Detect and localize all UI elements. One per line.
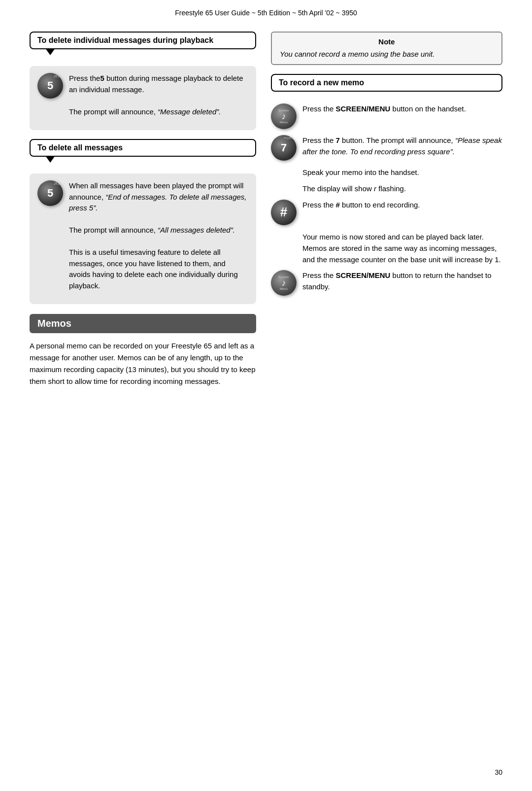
rs1-rest: button on the handset. [390,104,466,113]
da-text2: The prompt will announce, [69,226,156,234]
page-header: Freestyle 65 User Guide ~ 5th Edition ~ … [0,0,532,22]
btn-5-label-2: 5 [47,188,53,199]
record-memo-step7: Screen ♪ Menu Press the SCREEN/MENU butt… [271,270,502,296]
sm-bottom-label-2: Menu [280,287,288,290]
rs7-bold: SCREEN/MENU [336,271,391,279]
rs6: Your memo is now stored and can be playe… [302,233,501,264]
button-7-icon: PQRS 7 [271,135,297,161]
btn-sub-label: JKL [53,74,60,78]
rs1-bold: SCREEN/MENU [336,104,391,113]
memos-text: A personal memo can be recorded on your … [30,340,256,387]
da-text3: This is a useful timesaving feature to d… [69,248,238,290]
delete-individual-section-box: To delete individual messages during pla… [30,32,256,49]
hash-symbol: # [280,205,287,220]
delete-individual-text: Press the5 button during message playbac… [69,73,248,117]
btn-sub-label-2: JKL [53,182,60,185]
page-content: To delete individual messages during pla… [0,22,532,407]
note-box: Note You cannot record a memo using the … [271,32,502,65]
record-step1-text: Press the SCREEN/MENU button on the hand… [302,103,502,115]
rs2-bold: 7 [336,136,340,144]
rs5-hash: # [336,201,340,209]
rs1-prefix: Press the [302,104,336,113]
rs5-prefix: Press the [302,201,336,209]
btn-5-label: 5 [47,80,53,91]
sm-bottom-label-1: Menu [280,121,288,124]
record-step2-text: Press the 7 button. The prompt will anno… [302,135,502,157]
record-step5-text: Press the # button to end recording. [302,200,502,211]
rs2-rest: button. The prompt will announce, [340,136,455,144]
memos-title: Memos [37,318,71,329]
di-text2-italic: “Message deleted”. [158,107,221,116]
record-step7-text: Press the SCREEN/MENU button to return t… [302,270,502,292]
da-text2-italic: “All messages deleted”. [158,226,235,234]
di-text2: The prompt will announce, [69,107,156,116]
button-5-icon-delete-all: JKL 5 [37,180,63,206]
header-title: Freestyle 65 User Guide ~ 5th Edition ~ … [175,9,357,17]
delete-all-title: To delete all messages [37,143,123,152]
button-5-icon-delete-individual: JKL 5 [37,73,63,99]
left-column: To delete individual messages during pla… [30,32,256,387]
note-title: Note [280,37,494,46]
rs7-prefix: Press the [302,271,336,279]
memos-section: Memos A personal memo can be recorded on… [30,314,256,387]
note-text: You cannot record a memo using the base … [280,49,494,59]
delete-all-section-box: To delete all messages [30,139,256,157]
di-text1-prefix: Press the [69,74,100,82]
record-memo-step2: PQRS 7 Press the 7 button. The prompt wi… [271,135,502,161]
delete-individual-title: To delete individual messages during pla… [37,36,213,44]
delete-individual-gray-area: JKL 5 Press the5 button during message p… [30,66,256,130]
record-step4-text: The display will show r flashing. [302,183,502,194]
delete-individual-step1: JKL 5 Press the5 button during message p… [37,73,248,117]
rs3: Speak your memo into the handset. [302,168,419,176]
memos-header-box: Memos [30,314,256,333]
page-number: 30 [495,768,502,776]
di-text1-bold: 5 [100,74,104,82]
screen-menu-icon-1: Screen ♪ Menu [271,103,297,129]
sm-note-icon-1: ♪ [282,112,286,121]
delete-all-step1: JKL 5 When all messages have been played… [37,180,248,291]
record-step3-text: Speak your memo into the handset. [302,167,502,178]
rs4-prefix: The display will show [302,184,374,193]
hash-button-icon: # [271,200,297,225]
record-memo-step1: Screen ♪ Menu Press the SCREEN/MENU butt… [271,103,502,129]
record-memo-section-box: To record a new memo [271,74,502,92]
rs4-rest: flashing. [376,184,406,193]
rs5-rest: button to end recording. [340,201,420,209]
screen-menu-icon-2: Screen ♪ Menu [271,270,297,296]
btn-sub-label-7: PQRS [284,137,294,139]
delete-all-gray-area: JKL 5 When all messages have been played… [30,173,256,304]
rs2-prefix: Press the [302,136,336,144]
btn-7-label: 7 [281,142,287,153]
record-memo-step5: # Press the # button to end recording. [271,200,502,225]
delete-all-text: When all messages have been played the p… [69,180,248,291]
right-column: Note You cannot record a memo using the … [271,32,502,387]
record-memo-title: To record a new memo [279,78,364,87]
sm-note-icon-2: ♪ [282,278,286,287]
record-step6-text: Your memo is now stored and can be playe… [302,231,502,266]
